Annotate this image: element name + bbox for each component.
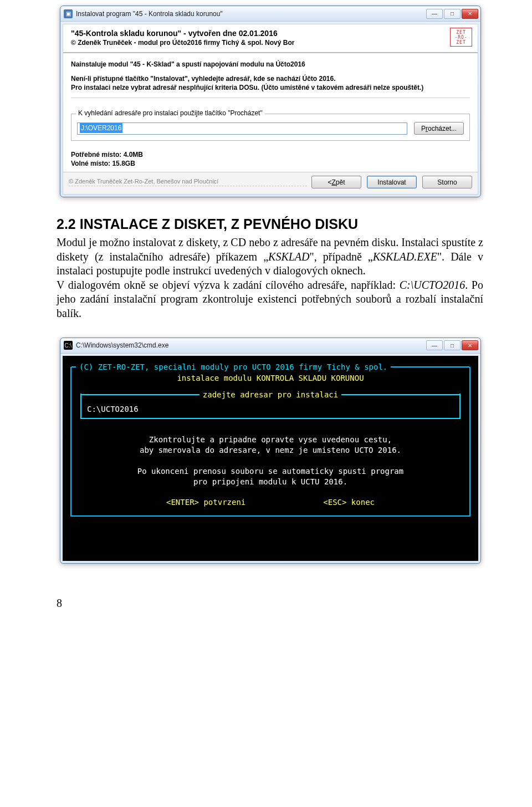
cmd-subheader-line: instalace modulu KONTROLA SKLADU KORUNOU [77,374,464,382]
paragraph: V dialogovém okně se objeví výzva k zadá… [57,278,483,321]
installer-footer-copyright: © Zdeněk Truněček Zet-Ro-Zet, Benešov na… [69,178,307,186]
cmd-path-input[interactable]: C:\UCTO2016 [87,405,454,413]
installer-info-line: Není-li přístupné tlačítko "Instalovat",… [71,74,470,83]
install-button[interactable]: Instalovat [367,176,417,188]
section-heading: 2.2 INSTALACE Z DISKET, Z PEVNÉHO DISKU [57,216,483,232]
cmd-titlebar[interactable]: C:\ C:\Windows\system32\cmd.exe — □ ✕ [60,338,480,354]
free-space-label: Volné místo: 15.8GB [71,160,470,167]
cmd-message: Po ukonceni prenosu souboru se automatic… [77,466,464,488]
cancel-button[interactable]: Storno [422,176,472,188]
cmd-key-hints: <ENTER> potvrzeni <ESC> konec [77,498,464,507]
installer-info-line: Nainstaluje modul "45 - K-Sklad" a spust… [71,60,470,69]
minimize-button[interactable]: — [426,9,443,19]
cmd-body[interactable]: (C) ZET-RO-ZET, specialni moduly pro UCT… [63,356,478,561]
cmd-window-title: C:\Windows\system32\cmd.exe [76,341,426,349]
maximize-button[interactable]: □ [444,9,461,19]
installer-subheading: © Zdeněk Truněček - modul pro Účto2016 f… [71,39,470,47]
close-button[interactable]: ✕ [462,9,478,19]
cmd-path-box: zadejte adresar pro instalaci C:\UCTO201… [80,394,461,419]
required-space-label: Potřebné místo: 4.0MB [71,151,470,159]
installer-heading: "45-Kontrola skladu korunou" - vytvořen … [71,29,470,38]
cmd-message: Zkontrolujte a pripadne opravte vyse uve… [77,435,464,456]
cmd-enter-hint: <ENTER> potvrzeni [166,498,245,507]
cmd-header-line: (C) ZET-RO-ZET, specialni moduly pro UCT… [76,362,391,371]
cmd-esc-hint: <ESC> konec [323,498,375,507]
installer-header: "45-Kontrola skladu korunou" - vytvořen … [63,24,478,53]
installer-content: Nainstaluje modul "45 - K-Sklad" a spust… [63,53,478,172]
installer-window: ▣ Instalovat program "45 - Kontrola skla… [60,6,481,197]
paragraph: Modul je možno instalovat z diskety, z C… [57,236,483,278]
cmd-path-label: zadejte adresar pro instalaci [200,390,341,399]
installer-app-icon: ▣ [64,9,73,18]
document-section: 2.2 INSTALACE Z DISKET, Z PEVNÉHO DISKU … [57,216,483,321]
minimize-button[interactable]: — [426,340,443,350]
cmd-app-icon: C:\ [64,341,73,350]
browse-button[interactable]: Procházet... [414,122,464,135]
install-path-input[interactable]: J:\OVER2016 [77,122,407,135]
page-number: 8 [57,597,532,610]
install-path-group: K vyhledání adresáře pro instalaci použi… [71,114,470,141]
back-button[interactable]: < Zpět [311,176,361,188]
install-path-value: J:\OVER2016 [80,123,122,133]
install-path-group-label: K vyhledání adresáře pro instalaci použi… [76,109,265,117]
maximize-button[interactable]: □ [444,340,461,350]
zet-ro-zet-logo: ZET -RO- ZET [450,28,472,47]
close-button[interactable]: ✕ [462,340,478,350]
installer-window-title: Instalovat program "45 - Kontrola skladu… [76,10,426,18]
installer-info-line: Pro instalaci nelze vybrat adresář nespl… [71,83,470,92]
cmd-outer-frame: (C) ZET-RO-ZET, specialni moduly pro UCT… [70,367,470,517]
installer-footer: © Zdeněk Truněček Zet-Ro-Zet, Benešov na… [63,172,478,194]
installer-titlebar[interactable]: ▣ Instalovat program "45 - Kontrola skla… [60,6,480,22]
installer-body: "45-Kontrola skladu korunou" - vytvořen … [63,24,478,195]
cmd-window: C:\ C:\Windows\system32\cmd.exe — □ ✕ (C… [60,338,481,564]
